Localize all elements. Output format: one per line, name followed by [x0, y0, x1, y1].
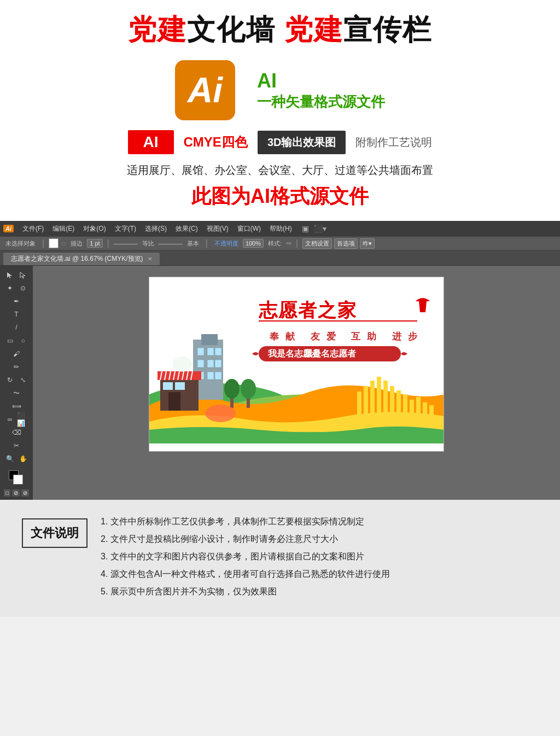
main-title: 党建文化墙 党建宣传栏 — [22, 11, 538, 49]
svg-rect-44 — [396, 390, 401, 424]
warp-tool[interactable]: 〜 — [10, 387, 22, 399]
magic-wand-tool[interactable]: ✦ — [4, 282, 16, 294]
ai-logo-box: Ai — [175, 60, 235, 120]
svg-rect-41 — [377, 377, 381, 424]
toolbar-style-label: 样式: — [266, 240, 284, 248]
toolbar-bar: 未选择对象 | □ 描边 1 pt | ———— 等比 ———— 基本 | 不透… — [0, 236, 560, 250]
menu-edit[interactable]: 编辑(E) — [49, 224, 78, 233]
ai-logo-row: Ai AI 一种矢量格式源文件 — [22, 60, 538, 120]
ellipse-tool[interactable]: ○ — [17, 335, 29, 347]
prefs-btn[interactable]: 首选项 — [334, 238, 358, 249]
svg-point-50 — [205, 405, 236, 422]
file-note-4: 4. 源文件包含AI一种文件格式，使用者可自行选择自己熟悉的软件进行使用 — [101, 565, 538, 583]
blend-tool[interactable]: ∞ — [4, 413, 16, 425]
canvas-main: 志愿者之家 奉献 友爱 互助 进步 我是名志愿者 — [33, 266, 560, 500]
svg-rect-43 — [390, 386, 394, 424]
svg-rect-10 — [215, 360, 221, 367]
menu-window[interactable]: 窗口(W) — [234, 224, 264, 233]
none-mode[interactable]: ⊘ — [21, 489, 29, 496]
svg-rect-38 — [357, 392, 361, 424]
stroke-mode[interactable]: ⊘ — [12, 489, 20, 496]
top-section: 党建文化墙 党建宣传栏 Ai AI 一种矢量格式源文件 AI CMYE四色 3D… — [0, 0, 560, 221]
menu-object[interactable]: 对象(O) — [80, 224, 109, 233]
ai-label-ai: AI — [257, 69, 385, 92]
blend-graph-pair: ∞ ⬛📊 — [4, 413, 29, 425]
ai-interface: Ai 文件(F) 编辑(E) 对象(O) 文字(T) 选择(S) 效果(C) 视… — [0, 221, 560, 500]
svg-text:我是名志愿者: 我是名志愿者 — [303, 349, 357, 358]
toolbar-search-btn[interactable]: 咋▾ — [360, 238, 375, 249]
rotate-tool[interactable]: ↻ — [4, 374, 16, 386]
doc-settings-btn[interactable]: 文档设置 — [302, 238, 332, 249]
fill-swatch[interactable] — [49, 238, 59, 248]
color-swatches[interactable] — [9, 470, 24, 486]
menu-file[interactable]: 文件(F) — [19, 224, 47, 233]
menu-effect[interactable]: 效果(C) — [172, 224, 201, 233]
menu-select[interactable]: 选择(S) — [142, 224, 170, 233]
menu-icon-1: ▣ — [302, 224, 309, 233]
format-text: 此图为AI格式源文件 — [22, 183, 538, 210]
status-label: 未选择对象 — [3, 240, 38, 248]
graph-tool[interactable]: ⬛📊 — [17, 413, 29, 425]
svg-point-31 — [172, 357, 192, 372]
title-dangjianzn-2: 党建 — [284, 14, 343, 45]
file-tab[interactable]: 志愿者之家文化墙.ai @ 16.67% (CMYK/预览) ✕ — [3, 253, 160, 265]
menu-icon-2: ⬛▾ — [313, 224, 326, 233]
svg-rect-45 — [403, 394, 407, 424]
volunteer-artwork: 志愿者之家 奉献 友爱 互助 进步 我是名志愿者 — [149, 285, 444, 443]
color-swatch-area: □ ⊘ ⊘ — [4, 466, 29, 496]
svg-rect-42 — [383, 381, 388, 424]
type-tool[interactable]: T — [10, 308, 22, 320]
tab-close-btn[interactable]: ✕ — [148, 256, 152, 262]
direct-select-tool[interactable] — [17, 269, 29, 281]
svg-rect-6 — [207, 348, 214, 355]
svg-rect-8 — [197, 360, 204, 367]
suitable-text: 适用展厅、展馆、办公室、会议室、大厅、过道等公共墙面布置 — [22, 163, 538, 178]
selection-tool[interactable] — [4, 269, 16, 281]
ai-icon-menu: Ai — [3, 225, 14, 232]
rect-tool[interactable]: ▭ — [4, 335, 16, 347]
arrow-tool-pair — [4, 269, 29, 281]
scissors-tool[interactable]: ✂ — [10, 440, 22, 452]
svg-rect-24 — [168, 392, 180, 411]
menu-type[interactable]: 文字(T) — [112, 224, 139, 233]
paintbrush-tool[interactable]: 🖌 — [10, 348, 22, 360]
svg-text:志愿者之家: 志愿者之家 — [258, 300, 357, 320]
toolbar-opacity-val[interactable]: 100% — [243, 239, 264, 248]
hand-tool[interactable]: ✋ — [17, 453, 29, 465]
badge-row: AI CMYE四色 3D输出效果图 附制作工艺说明 — [22, 130, 538, 154]
svg-rect-9 — [207, 360, 214, 367]
magic-lasso-pair: ✦ ⊙ — [4, 282, 29, 294]
svg-rect-4 — [201, 334, 218, 345]
pen-tool[interactable]: ✒ — [10, 295, 22, 307]
toolbar-basic: 基本 — [185, 240, 201, 248]
stroke-label: □ — [62, 241, 65, 247]
ai-label: AI 一种矢量格式源文件 — [257, 69, 385, 112]
svg-rect-25 — [163, 382, 173, 390]
zoom-hand-pair: 🔍 ✋ — [4, 453, 29, 465]
svg-rect-39 — [364, 386, 368, 424]
background-color[interactable] — [13, 475, 23, 484]
toolbar-style-val[interactable] — [286, 242, 291, 244]
eraser-tool[interactable]: ⌫ — [10, 427, 22, 439]
menu-view[interactable]: 视图(V) — [203, 224, 232, 233]
lasso-tool[interactable]: ⊙ — [17, 282, 29, 294]
toolbar-opacity-label: 不透明度 — [212, 240, 241, 248]
ai-logo-text: Ai — [188, 73, 223, 108]
width-tool[interactable]: ⟺ — [10, 400, 22, 412]
fill-mode[interactable]: □ — [4, 489, 10, 496]
scale-tool[interactable]: ⤡ — [17, 374, 29, 386]
title-dangjianzn-1: 党建 — [128, 14, 187, 45]
file-note-5: 5. 展示页中所含图片并不为实物，仅为效果图 — [101, 583, 538, 600]
toolbar-pt[interactable]: 1 pt — [87, 239, 102, 248]
ai-label-desc: 一种矢量格式源文件 — [257, 92, 385, 112]
toolbar-line: ———— — [114, 240, 138, 247]
badge-3d: 3D输出效果图 — [258, 131, 346, 154]
pencil-tool[interactable]: ✏ — [10, 361, 22, 373]
badge-note: 附制作工艺说明 — [355, 135, 432, 150]
svg-rect-40 — [370, 381, 375, 424]
title-end: 宣传栏 — [343, 14, 432, 45]
menu-help[interactable]: 帮助(H) — [266, 224, 295, 233]
line-tool[interactable]: / — [10, 322, 22, 334]
svg-rect-48 — [423, 402, 427, 424]
zoom-tool[interactable]: 🔍 — [4, 453, 16, 465]
